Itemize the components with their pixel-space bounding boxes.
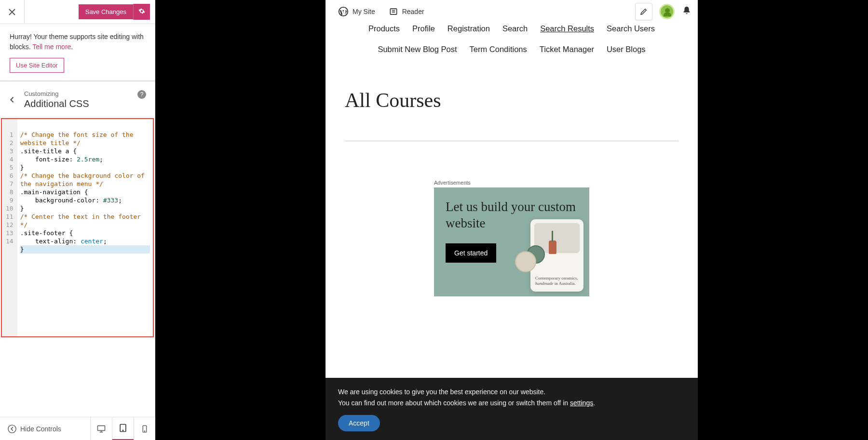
nav-link[interactable]: Term Conditions [470, 45, 527, 54]
vase-shape [549, 240, 556, 254]
advertisement-block: Advertisements Let us build your custom … [434, 180, 589, 296]
my-site-label: My Site [353, 8, 375, 15]
ad-illustration: Contemporary ceramics, handmade in Austr… [516, 214, 583, 292]
svg-point-0 [8, 425, 16, 432]
reader-label: Reader [402, 8, 424, 15]
cookie-consent-bar: We are using cookies to give you the bes… [326, 378, 698, 440]
back-button[interactable] [5, 93, 19, 107]
save-area: Save Changes [79, 4, 150, 20]
code-line[interactable]: } [20, 204, 150, 213]
customizing-label: Customizing [24, 90, 145, 97]
ad-box[interactable]: Let us build your custom website Get sta… [434, 187, 589, 296]
code-line[interactable]: /* Change the background color of the na… [20, 172, 150, 188]
tell-me-more-link[interactable]: Tell me more [32, 43, 71, 51]
user-avatar[interactable] [659, 4, 675, 19]
close-customizer-button[interactable] [5, 5, 19, 19]
nav-link[interactable]: Ticket Manager [540, 45, 594, 54]
notice-text: Hurray! Your theme supports site editing… [10, 33, 144, 51]
reader-link[interactable]: Reader [382, 7, 431, 16]
nav-link[interactable]: Profile [412, 24, 435, 33]
title-divider [345, 141, 678, 141]
section-title: Additional CSS [24, 98, 145, 109]
device-preview-buttons [90, 417, 155, 440]
ad-cta-button[interactable]: Get started [446, 243, 496, 263]
cookie-settings-link[interactable]: settings [570, 399, 593, 407]
ad-card-text: Contemporary ceramics, handmade in Austr… [535, 276, 579, 287]
ad-label: Advertisements [434, 180, 589, 186]
help-button[interactable]: ? [137, 90, 146, 99]
customizer-bottom-bar: Hide Controls [0, 417, 155, 440]
nav-link[interactable]: Registration [448, 24, 490, 33]
bowl-shape [515, 251, 536, 272]
chevron-left-circle-icon [8, 425, 16, 433]
desktop-icon [96, 424, 106, 434]
reader-icon [389, 7, 398, 16]
preview-frame: My Site Reader ProductsProfileRegistrati… [326, 0, 698, 440]
css-editor[interactable]: 1234567891011121314 /* Change the font s… [1, 118, 154, 337]
svg-point-3 [122, 430, 123, 430]
gear-icon [138, 8, 145, 14]
nav-link[interactable]: Search [502, 24, 528, 33]
wp-bar-right [635, 3, 692, 20]
site-nav-row1: ProductsProfileRegistrationSearchSearch … [326, 23, 698, 36]
mobile-icon [140, 425, 149, 433]
pencil-icon [639, 7, 648, 16]
cookie-text: We are using cookies to give you the bes… [338, 387, 685, 408]
cookie-accept-button[interactable]: Accept [338, 415, 380, 431]
sidebar-topbar: Save Changes [0, 0, 155, 24]
code-line[interactable]: .site-footer { [20, 229, 150, 237]
site-editing-notice: Hurray! Your theme supports site editing… [0, 24, 155, 81]
use-site-editor-button[interactable]: Use Site Editor [10, 58, 64, 73]
code-line[interactable]: font-size: 2.5rem; [20, 155, 150, 163]
publish-settings-button[interactable] [133, 4, 150, 20]
nav-link[interactable]: Products [368, 24, 400, 33]
code-area[interactable]: /* Change the font size of the website t… [17, 119, 153, 336]
tablet-preview-button[interactable] [112, 417, 134, 440]
divider [24, 0, 25, 24]
code-line[interactable]: .site-title a { [20, 147, 150, 155]
code-line[interactable]: text-align: center; [20, 237, 150, 245]
my-site-link[interactable]: My Site [331, 6, 382, 17]
code-line[interactable]: } [20, 163, 150, 172]
mobile-preview-button[interactable] [134, 417, 155, 440]
customizer-sidebar: Save Changes Hurray! Your theme supports… [0, 0, 155, 440]
nav-link[interactable]: Submit New Blog Post [378, 45, 457, 54]
nav-link[interactable]: User Blogs [607, 45, 646, 54]
preview-area: My Site Reader ProductsProfileRegistrati… [155, 0, 868, 440]
save-changes-button[interactable]: Save Changes [79, 4, 133, 19]
desktop-preview-button[interactable] [90, 417, 112, 440]
bell-icon [681, 5, 692, 16]
hide-controls-button[interactable]: Hide Controls [0, 425, 69, 433]
section-header: Customizing Additional CSS ? [0, 81, 155, 118]
write-post-button[interactable] [635, 3, 652, 20]
wp-admin-bar: My Site Reader [326, 0, 698, 23]
close-icon [8, 8, 16, 16]
svg-point-5 [144, 430, 145, 431]
notifications-button[interactable] [681, 5, 692, 18]
nav-link[interactable]: Search Users [607, 24, 655, 33]
code-line[interactable]: /* Change the font size of the website t… [20, 131, 150, 147]
site-nav-row2: Submit New Blog PostTerm ConditionsTicke… [326, 36, 698, 59]
code-line[interactable]: background-color: #333; [20, 196, 150, 204]
page-title: All Courses [326, 59, 698, 117]
wordpress-icon [338, 6, 349, 17]
code-line[interactable]: /* Center the text in the footer */ [20, 213, 150, 229]
code-line[interactable]: .main-navigation { [20, 188, 150, 196]
hide-controls-label: Hide Controls [20, 425, 61, 433]
code-line[interactable]: } [20, 245, 150, 253]
line-gutter: 1234567891011121314 [2, 119, 17, 336]
nav-link[interactable]: Search Results [540, 24, 594, 33]
tablet-icon [118, 423, 128, 433]
svg-rect-1 [98, 426, 105, 430]
chevron-left-icon [9, 96, 15, 103]
plant-shape [552, 231, 553, 241]
